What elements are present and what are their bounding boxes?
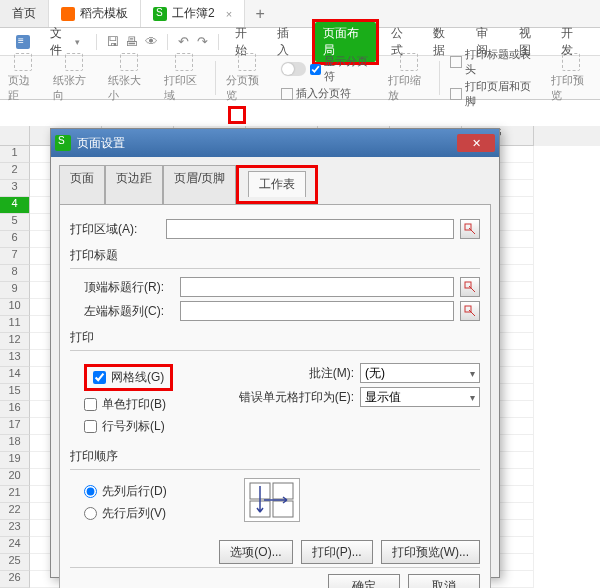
down-over-label: 先列后行(D) xyxy=(102,483,167,500)
bw-checkbox[interactable] xyxy=(84,398,97,411)
row-header[interactable]: 6 xyxy=(0,231,30,248)
row-header[interactable]: 25 xyxy=(0,554,30,571)
row-header[interactable]: 7 xyxy=(0,248,30,265)
dialog-tabstrip: 页面 页边距 页眉/页脚 工作表 xyxy=(51,157,499,204)
margins-icon xyxy=(14,53,32,71)
ribbon-margins[interactable]: 页边距 xyxy=(4,53,43,103)
print-titles-btn[interactable]: 打印标题或表头 xyxy=(450,47,536,77)
preview-icon2 xyxy=(238,53,256,71)
ribbon-size[interactable]: 纸张大小 xyxy=(104,53,153,103)
titles-group-label: 打印标题 xyxy=(70,247,480,264)
ribbon-print-preview[interactable]: 打印预览 xyxy=(547,53,596,103)
dialog-app-icon xyxy=(55,135,71,151)
tab-workbook-label: 工作簿2 xyxy=(172,5,215,22)
print-group-label: 打印 xyxy=(70,329,480,346)
undo-icon[interactable]: ↶ xyxy=(176,34,191,50)
cancel-button[interactable]: 取消 xyxy=(408,574,480,588)
comments-combo[interactable]: (无) xyxy=(360,363,480,383)
row-header[interactable]: 10 xyxy=(0,299,30,316)
orient-icon xyxy=(65,53,83,71)
comments-label: 批注(M): xyxy=(234,365,354,382)
row-header[interactable]: 2 xyxy=(0,163,30,180)
save-icon[interactable]: 🖫 xyxy=(105,34,120,50)
range-select-button[interactable] xyxy=(460,219,480,239)
tab-templates-label: 稻壳模板 xyxy=(80,5,128,22)
row-header[interactable]: 18 xyxy=(0,435,30,452)
gridlines-checkbox[interactable] xyxy=(93,371,106,384)
row-header[interactable]: 12 xyxy=(0,333,30,350)
insert-break-btn[interactable]: 插入分页符 xyxy=(281,86,374,101)
print-hf-btn[interactable]: 打印页眉和页脚 xyxy=(450,79,536,109)
errors-label: 错误单元格打印为(E): xyxy=(234,389,354,406)
tab-sheet[interactable]: 工作表 xyxy=(248,171,306,197)
row-header[interactable]: 5 xyxy=(0,214,30,231)
range-select-button[interactable] xyxy=(460,301,480,321)
select-all[interactable] xyxy=(0,126,30,146)
tab-page[interactable]: 页面 xyxy=(59,165,105,204)
row-header[interactable]: 13 xyxy=(0,350,30,367)
row-header[interactable]: 14 xyxy=(0,367,30,384)
print-area-input[interactable] xyxy=(166,219,454,239)
gridlines-label: 网格线(G) xyxy=(111,369,164,386)
ribbon-print-area[interactable]: 打印区域 xyxy=(160,53,209,103)
row-header[interactable]: 9 xyxy=(0,282,30,299)
left-cols-input[interactable] xyxy=(180,301,454,321)
print-area-icon xyxy=(175,53,193,71)
print-area-label: 打印区域(A): xyxy=(70,221,160,238)
order-group-label: 打印顺序 xyxy=(70,448,480,465)
errors-combo[interactable]: 显示值 xyxy=(360,387,480,407)
highlight-gridlines: 网格线(G) xyxy=(84,364,173,391)
row-header[interactable]: 20 xyxy=(0,469,30,486)
row-header[interactable]: 24 xyxy=(0,537,30,554)
bw-label: 单色打印(B) xyxy=(102,396,166,413)
highlight-sheet-tab: 工作表 xyxy=(236,165,318,204)
top-rows-input[interactable] xyxy=(180,277,454,297)
templates-icon xyxy=(61,7,75,21)
redo-icon[interactable]: ↷ xyxy=(195,34,210,50)
tab-header-footer[interactable]: 页眉/页脚 xyxy=(163,165,236,204)
dialog-body: 打印区域(A): 打印标题 顶端标题行(R): 左端标题列(C): 打印 网格线… xyxy=(59,204,491,588)
ribbon-orient[interactable]: 纸张方向 xyxy=(49,53,98,103)
row-header[interactable]: 1 xyxy=(0,146,30,163)
break-icon xyxy=(281,88,293,100)
scale-icon xyxy=(400,53,418,71)
ribbon-preview[interactable]: 分页预览 xyxy=(222,53,271,103)
down-over-radio[interactable] xyxy=(84,485,97,498)
row-header[interactable]: 21 xyxy=(0,486,30,503)
dialog-titlebar[interactable]: 页面设置 ✕ xyxy=(51,129,499,157)
row-header[interactable]: 19 xyxy=(0,452,30,469)
toggle-switch[interactable] xyxy=(281,62,305,76)
svg-rect-4 xyxy=(273,483,293,499)
highlight-launcher xyxy=(228,106,246,124)
options-button[interactable]: 选项(O)... xyxy=(219,540,292,564)
ok-button[interactable]: 确定 xyxy=(328,574,400,588)
dialog-close-button[interactable]: ✕ xyxy=(457,134,495,152)
print-preview-button[interactable]: 打印预览(W)... xyxy=(381,540,480,564)
row-header[interactable]: 4 xyxy=(0,197,30,214)
row-header[interactable]: 26 xyxy=(0,571,30,588)
spreadsheet-icon xyxy=(153,7,167,21)
range-select-button[interactable] xyxy=(460,277,480,297)
row-header[interactable]: 3 xyxy=(0,180,30,197)
app-menu[interactable] xyxy=(8,33,38,51)
row-header[interactable]: 23 xyxy=(0,520,30,537)
print-order-icon xyxy=(244,478,300,522)
row-header[interactable]: 15 xyxy=(0,384,30,401)
row-header[interactable]: 8 xyxy=(0,265,30,282)
hamburger-icon xyxy=(16,35,30,49)
ribbon-scale[interactable]: 打印缩放 xyxy=(384,53,433,103)
row-header[interactable]: 16 xyxy=(0,401,30,418)
preview-icon[interactable]: 👁 xyxy=(143,34,158,50)
left-cols-label: 左端标题列(C): xyxy=(84,303,174,320)
rowcol-checkbox[interactable] xyxy=(84,420,97,433)
over-down-radio[interactable] xyxy=(84,507,97,520)
size-icon xyxy=(120,53,138,71)
close-icon[interactable]: × xyxy=(226,8,232,20)
print-icon[interactable]: 🖶 xyxy=(124,34,139,50)
print-button[interactable]: 打印(P)... xyxy=(301,540,373,564)
row-header[interactable]: 17 xyxy=(0,418,30,435)
row-header[interactable]: 11 xyxy=(0,316,30,333)
show-breaks-check[interactable]: 显示分页符 xyxy=(310,54,375,84)
row-header[interactable]: 22 xyxy=(0,503,30,520)
tab-margins[interactable]: 页边距 xyxy=(105,165,163,204)
